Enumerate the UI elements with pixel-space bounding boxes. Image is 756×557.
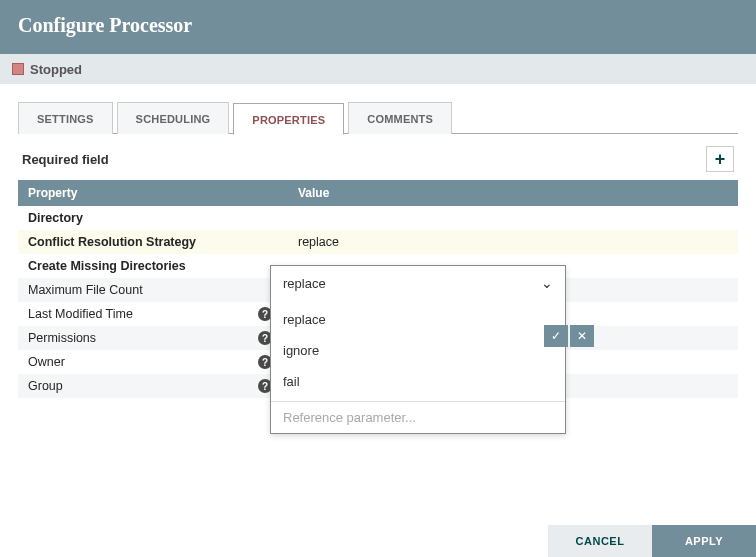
tab-comments[interactable]: COMMENTS — [348, 102, 452, 134]
tab-properties[interactable]: PROPERTIES — [233, 103, 344, 135]
prop-name: Last Modified Time — [28, 307, 133, 321]
prop-name: Conflict Resolution Strategy — [28, 235, 196, 249]
tab-settings[interactable]: SETTINGS — [18, 102, 113, 134]
content-area: SETTINGS SCHEDULING PROPERTIES COMMENTS … — [0, 84, 756, 398]
table-row[interactable]: Conflict Resolution Strategy replace — [18, 230, 738, 254]
stopped-icon — [12, 63, 24, 75]
status-label: Stopped — [30, 62, 82, 77]
dropdown-option[interactable]: replace — [271, 304, 565, 335]
status-bar: Stopped — [0, 54, 756, 84]
required-field-label: Required field — [22, 152, 109, 167]
prop-name: Owner — [28, 355, 65, 369]
prop-name: Create Missing Directories — [28, 259, 186, 273]
prop-name: Directory — [28, 211, 83, 225]
chevron-down-icon: ⌄ — [541, 275, 553, 291]
close-icon: ✕ — [577, 329, 587, 343]
dropdown-selected-label: replace — [283, 276, 326, 291]
tabs: SETTINGS SCHEDULING PROPERTIES COMMENTS — [18, 102, 738, 134]
dropdown-reference-parameter[interactable]: Reference parameter... — [271, 401, 565, 433]
add-property-button[interactable]: + — [706, 146, 734, 172]
dropdown-options: replace ignore fail — [271, 300, 565, 401]
apply-button[interactable]: APPLY — [652, 525, 756, 557]
prop-name: Maximum File Count — [28, 283, 143, 297]
tab-scheduling[interactable]: SCHEDULING — [117, 102, 230, 134]
col-header-value: Value — [288, 180, 738, 206]
value-dropdown: replace ⌄ replace ignore fail Reference … — [270, 265, 566, 434]
dropdown-actions: ✓ ✕ — [544, 325, 594, 347]
table-row[interactable]: Directory — [18, 206, 738, 230]
prop-value: replace — [298, 235, 339, 249]
dialog-footer: CANCEL APPLY — [548, 525, 756, 557]
prop-name: Permissions — [28, 331, 96, 345]
section-subheader: Required field + — [18, 134, 738, 180]
dropdown-ok-button[interactable]: ✓ — [544, 325, 568, 347]
dialog-header: Configure Processor — [0, 0, 756, 54]
dropdown-selected[interactable]: replace ⌄ — [271, 266, 565, 300]
dropdown-cancel-button[interactable]: ✕ — [570, 325, 594, 347]
prop-name: Group — [28, 379, 63, 393]
plus-icon: + — [715, 150, 726, 168]
dropdown-option[interactable]: ignore — [271, 335, 565, 366]
dropdown-option[interactable]: fail — [271, 366, 565, 397]
dialog-title: Configure Processor — [18, 14, 192, 37]
cancel-button[interactable]: CANCEL — [548, 525, 652, 557]
dropdown-box: replace ⌄ replace ignore fail Reference … — [270, 265, 566, 434]
col-header-property: Property — [18, 180, 288, 206]
check-icon: ✓ — [551, 329, 561, 343]
